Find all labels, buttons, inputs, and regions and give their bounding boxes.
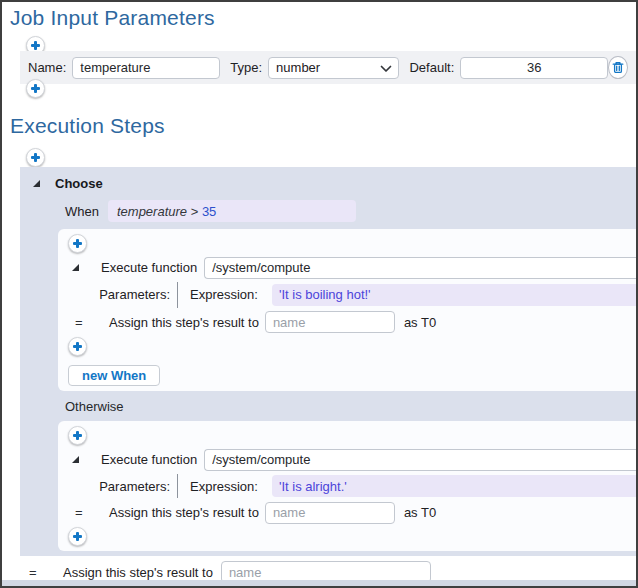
- expression-label: Expression:: [190, 474, 258, 498]
- plus-icon: [31, 41, 40, 50]
- plus-icon: [31, 153, 40, 162]
- when-condition-row: When temperature > 35: [65, 200, 356, 222]
- otherwise-label: Otherwise: [65, 399, 124, 414]
- default-label: Default:: [409, 60, 454, 75]
- add-parameter-button[interactable]: [26, 79, 45, 98]
- choose-label: Choose: [55, 176, 103, 191]
- add-step-button[interactable]: [68, 234, 87, 253]
- equals-icon: =: [75, 315, 87, 330]
- new-when-button[interactable]: new When: [68, 365, 160, 386]
- collapse-triangle-icon[interactable]: [72, 456, 79, 463]
- parameter-type-select[interactable]: number: [268, 57, 399, 79]
- type-label: Type:: [230, 60, 262, 75]
- assign-result-label: Assign this step's result to: [109, 505, 259, 520]
- parameter-type-value: number: [276, 60, 320, 75]
- function-path-input[interactable]: [204, 257, 636, 279]
- parameters-row: Parameters: Expression:: [68, 474, 636, 498]
- add-step-button[interactable]: [26, 148, 45, 167]
- expression-input[interactable]: [272, 475, 636, 497]
- execute-function-label: Execute function: [101, 260, 197, 275]
- assign-result-row: = Assign this step's result to as T0: [68, 502, 636, 523]
- vertical-divider: [177, 474, 178, 498]
- parameters-row: Parameters: Expression:: [68, 282, 636, 308]
- otherwise-branch-panel: Execute function Parameters: Expression:…: [58, 421, 636, 551]
- name-label: Name:: [28, 60, 66, 75]
- assign-result-row: = Assign this step's result to as T0: [68, 312, 636, 333]
- as-type-label: as T0: [404, 505, 436, 520]
- assign-result-label: Assign this step's result to: [63, 565, 213, 580]
- vertical-divider: [177, 282, 178, 308]
- function-path-input[interactable]: [204, 449, 636, 471]
- parameter-default-input[interactable]: [460, 57, 608, 79]
- plus-icon: [31, 84, 40, 93]
- trash-icon: [612, 61, 624, 74]
- condition-identifier: temperature: [117, 204, 187, 219]
- when-label: When: [65, 204, 99, 219]
- assign-result-label: Assign this step's result to: [109, 315, 259, 330]
- add-step-button[interactable]: [68, 426, 87, 445]
- parameter-row: Name: Type: number Default:: [20, 51, 636, 84]
- job-input-parameters-title: Job Input Parameters: [10, 6, 215, 30]
- execution-steps-title: Execution Steps: [10, 114, 165, 138]
- plus-icon: [73, 532, 82, 541]
- parameters-label: Parameters:: [68, 474, 177, 498]
- as-type-label: as T0: [404, 315, 436, 330]
- collapse-triangle-icon[interactable]: [33, 180, 40, 187]
- equals-icon: =: [75, 505, 87, 520]
- parameters-label: Parameters:: [68, 282, 177, 308]
- expression-input[interactable]: [272, 284, 636, 306]
- add-step-button[interactable]: [68, 527, 87, 546]
- execute-function-label: Execute function: [101, 452, 197, 467]
- bottom-panel-edge: [2, 580, 636, 586]
- condition-operator: >: [187, 204, 202, 219]
- parameter-name-input[interactable]: [72, 57, 220, 79]
- chevron-down-icon: [380, 65, 392, 73]
- collapse-triangle-icon[interactable]: [72, 264, 79, 271]
- when-condition-input[interactable]: temperature > 35: [108, 200, 356, 222]
- result-name-input[interactable]: [265, 502, 395, 524]
- equals-icon: =: [29, 565, 41, 580]
- delete-parameter-button[interactable]: [608, 56, 628, 79]
- execute-function-row: Execute function: [68, 257, 636, 278]
- choose-step-block: Choose When temperature > 35 Execute fun…: [20, 167, 636, 556]
- expression-label: Expression:: [190, 282, 258, 308]
- when-branch-panel: Execute function Parameters: Expression:…: [58, 229, 636, 391]
- result-name-input[interactable]: [265, 311, 395, 333]
- plus-icon: [73, 239, 82, 248]
- plus-icon: [73, 431, 82, 440]
- plus-icon: [73, 342, 82, 351]
- execute-function-row: Execute function: [68, 449, 636, 470]
- condition-value: 35: [202, 204, 216, 219]
- choose-header: Choose: [33, 176, 103, 191]
- add-step-button[interactable]: [68, 337, 87, 356]
